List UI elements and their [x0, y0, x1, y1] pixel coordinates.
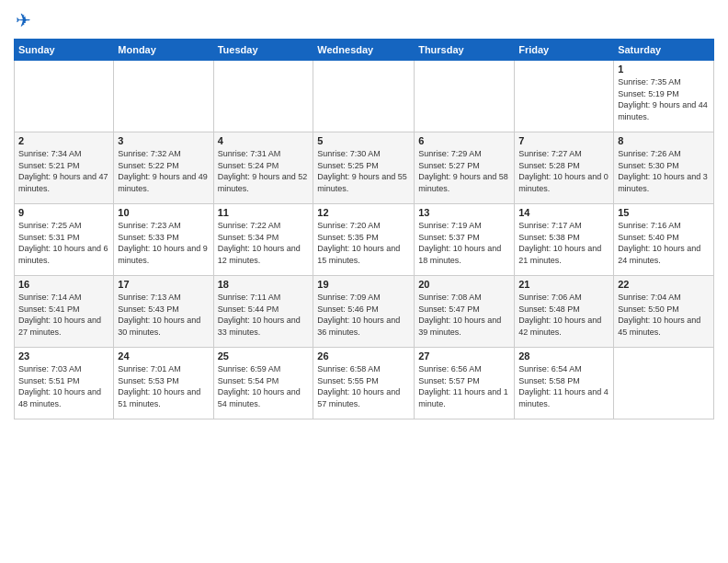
day-info: Sunrise: 7:22 AM Sunset: 5:34 PM Dayligh…: [218, 220, 310, 266]
day-info: Sunrise: 6:59 AM Sunset: 5:54 PM Dayligh…: [218, 363, 310, 409]
calendar-cell: 12Sunrise: 7:20 AM Sunset: 5:35 PM Dayli…: [313, 204, 415, 276]
calendar-cell: [515, 61, 614, 132]
weekday-header-sunday: Sunday: [15, 40, 114, 61]
page-container: ✈ SundayMondayTuesdayWednesdayThursdayFr…: [0, 0, 728, 563]
calendar-cell: 27Sunrise: 6:56 AM Sunset: 5:57 PM Dayli…: [415, 348, 515, 419]
day-info: Sunrise: 7:26 AM Sunset: 5:30 PM Dayligh…: [618, 148, 710, 194]
day-info: Sunrise: 7:13 AM Sunset: 5:43 PM Dayligh…: [118, 292, 209, 338]
day-number: 10: [118, 207, 209, 218]
calendar-table: SundayMondayTuesdayWednesdayThursdayFrid…: [14, 39, 714, 419]
day-info: Sunrise: 7:35 AM Sunset: 5:19 PM Dayligh…: [618, 76, 710, 122]
day-info: Sunrise: 7:09 AM Sunset: 5:46 PM Dayligh…: [317, 292, 410, 338]
calendar-cell: 28Sunrise: 6:54 AM Sunset: 5:58 PM Dayli…: [515, 348, 614, 419]
day-number: 17: [118, 279, 209, 290]
day-info: Sunrise: 7:27 AM Sunset: 5:28 PM Dayligh…: [518, 148, 609, 194]
calendar-cell: 9Sunrise: 7:25 AM Sunset: 5:31 PM Daylig…: [15, 204, 114, 276]
day-number: 11: [218, 207, 310, 218]
day-info: Sunrise: 7:17 AM Sunset: 5:38 PM Dayligh…: [518, 220, 609, 266]
day-number: 8: [618, 135, 710, 146]
calendar-cell: 13Sunrise: 7:19 AM Sunset: 5:37 PM Dayli…: [415, 204, 515, 276]
day-info: Sunrise: 7:32 AM Sunset: 5:22 PM Dayligh…: [118, 148, 209, 194]
day-number: 24: [118, 350, 209, 362]
calendar-cell: 4Sunrise: 7:31 AM Sunset: 5:24 PM Daylig…: [213, 132, 313, 204]
calendar-cell: 20Sunrise: 7:08 AM Sunset: 5:47 PM Dayli…: [415, 276, 515, 348]
day-info: Sunrise: 7:20 AM Sunset: 5:35 PM Dayligh…: [317, 220, 410, 266]
calendar-cell: [114, 61, 213, 132]
header: ✈: [14, 9, 714, 31]
calendar-cell: 15Sunrise: 7:16 AM Sunset: 5:40 PM Dayli…: [614, 204, 714, 276]
weekday-header-friday: Friday: [515, 40, 614, 61]
calendar-week-4: 16Sunrise: 7:14 AM Sunset: 5:41 PM Dayli…: [15, 276, 714, 348]
calendar-cell: 24Sunrise: 7:01 AM Sunset: 5:53 PM Dayli…: [114, 348, 213, 419]
day-number: 19: [317, 279, 410, 290]
day-info: Sunrise: 7:03 AM Sunset: 5:51 PM Dayligh…: [18, 363, 109, 409]
calendar-cell: 21Sunrise: 7:06 AM Sunset: 5:48 PM Dayli…: [515, 276, 614, 348]
calendar-cell: [614, 348, 714, 419]
day-number: 12: [317, 207, 410, 218]
day-number: 2: [18, 135, 109, 146]
calendar-cell: 7Sunrise: 7:27 AM Sunset: 5:28 PM Daylig…: [515, 132, 614, 204]
day-number: 21: [518, 279, 609, 290]
day-info: Sunrise: 7:16 AM Sunset: 5:40 PM Dayligh…: [618, 220, 710, 266]
calendar-cell: 19Sunrise: 7:09 AM Sunset: 5:46 PM Dayli…: [313, 276, 415, 348]
day-number: 26: [317, 350, 410, 362]
day-number: 6: [418, 135, 510, 146]
calendar-week-1: 1Sunrise: 7:35 AM Sunset: 5:19 PM Daylig…: [15, 61, 714, 132]
calendar-cell: 18Sunrise: 7:11 AM Sunset: 5:44 PM Dayli…: [213, 276, 313, 348]
calendar-cell: 25Sunrise: 6:59 AM Sunset: 5:54 PM Dayli…: [213, 348, 313, 419]
day-number: 23: [18, 350, 109, 362]
weekday-header-monday: Monday: [114, 40, 213, 61]
calendar-cell: 5Sunrise: 7:30 AM Sunset: 5:25 PM Daylig…: [313, 132, 415, 204]
day-info: Sunrise: 7:11 AM Sunset: 5:44 PM Dayligh…: [218, 292, 310, 338]
day-info: Sunrise: 7:08 AM Sunset: 5:47 PM Dayligh…: [418, 292, 510, 338]
day-info: Sunrise: 7:25 AM Sunset: 5:31 PM Dayligh…: [18, 220, 109, 266]
day-info: Sunrise: 7:29 AM Sunset: 5:27 PM Dayligh…: [418, 148, 510, 194]
calendar-cell: [213, 61, 313, 132]
calendar-cell: 3Sunrise: 7:32 AM Sunset: 5:22 PM Daylig…: [114, 132, 213, 204]
day-info: Sunrise: 6:54 AM Sunset: 5:58 PM Dayligh…: [518, 363, 609, 409]
day-info: Sunrise: 7:19 AM Sunset: 5:37 PM Dayligh…: [418, 220, 510, 266]
day-number: 14: [518, 207, 609, 218]
day-number: 9: [18, 207, 109, 218]
calendar-cell: 23Sunrise: 7:03 AM Sunset: 5:51 PM Dayli…: [15, 348, 114, 419]
day-info: Sunrise: 7:04 AM Sunset: 5:50 PM Dayligh…: [618, 292, 710, 338]
day-info: Sunrise: 7:30 AM Sunset: 5:25 PM Dayligh…: [317, 148, 410, 194]
day-number: 4: [218, 135, 310, 146]
day-info: Sunrise: 7:06 AM Sunset: 5:48 PM Dayligh…: [518, 292, 609, 338]
calendar-week-5: 23Sunrise: 7:03 AM Sunset: 5:51 PM Dayli…: [15, 348, 714, 419]
day-number: 1: [618, 63, 710, 75]
day-info: Sunrise: 7:23 AM Sunset: 5:33 PM Dayligh…: [118, 220, 209, 266]
day-info: Sunrise: 7:31 AM Sunset: 5:24 PM Dayligh…: [218, 148, 310, 194]
calendar-cell: 2Sunrise: 7:34 AM Sunset: 5:21 PM Daylig…: [15, 132, 114, 204]
day-number: 28: [518, 350, 609, 362]
calendar-cell: 11Sunrise: 7:22 AM Sunset: 5:34 PM Dayli…: [213, 204, 313, 276]
weekday-header-thursday: Thursday: [415, 40, 515, 61]
calendar-cell: 26Sunrise: 6:58 AM Sunset: 5:55 PM Dayli…: [313, 348, 415, 419]
day-number: 13: [418, 207, 510, 218]
calendar-cell: 17Sunrise: 7:13 AM Sunset: 5:43 PM Dayli…: [114, 276, 213, 348]
day-number: 22: [618, 279, 710, 290]
calendar-cell: 6Sunrise: 7:29 AM Sunset: 5:27 PM Daylig…: [415, 132, 515, 204]
calendar-cell: [15, 61, 114, 132]
calendar-cell: 8Sunrise: 7:26 AM Sunset: 5:30 PM Daylig…: [614, 132, 714, 204]
calendar-cell: [415, 61, 515, 132]
day-number: 27: [418, 350, 510, 362]
weekday-header-tuesday: Tuesday: [213, 40, 313, 61]
day-number: 5: [317, 135, 410, 146]
calendar-week-3: 9Sunrise: 7:25 AM Sunset: 5:31 PM Daylig…: [15, 204, 714, 276]
calendar-cell: 14Sunrise: 7:17 AM Sunset: 5:38 PM Dayli…: [515, 204, 614, 276]
day-number: 18: [218, 279, 310, 290]
calendar-cell: 16Sunrise: 7:14 AM Sunset: 5:41 PM Dayli…: [15, 276, 114, 348]
day-number: 15: [618, 207, 710, 218]
logo: ✈: [14, 9, 31, 31]
calendar-cell: 22Sunrise: 7:04 AM Sunset: 5:50 PM Dayli…: [614, 276, 714, 348]
weekday-header-saturday: Saturday: [614, 40, 714, 61]
logo-icon: ✈: [16, 9, 31, 31]
calendar-header-row: SundayMondayTuesdayWednesdayThursdayFrid…: [15, 40, 714, 61]
day-number: 7: [518, 135, 609, 146]
day-number: 3: [118, 135, 209, 146]
day-number: 25: [218, 350, 310, 362]
day-info: Sunrise: 7:14 AM Sunset: 5:41 PM Dayligh…: [18, 292, 109, 338]
day-number: 16: [18, 279, 109, 290]
calendar-cell: 10Sunrise: 7:23 AM Sunset: 5:33 PM Dayli…: [114, 204, 213, 276]
